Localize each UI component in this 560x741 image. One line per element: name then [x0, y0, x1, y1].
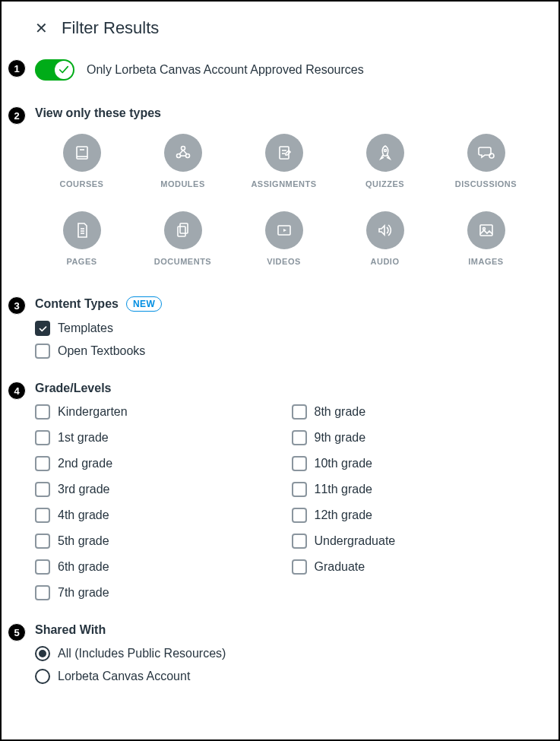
grade-label: 5th grade: [58, 534, 109, 548]
option-label: Templates: [58, 321, 113, 335]
grade-checkbox[interactable]: [292, 482, 307, 497]
grade-label: 2nd grade: [58, 457, 112, 470]
type-assignments[interactable]: ASSIGNMENTS: [237, 134, 331, 188]
grade-checkbox[interactable]: [35, 430, 50, 445]
type-label: AUDIO: [371, 257, 400, 266]
grade-label: 1st grade: [58, 431, 109, 445]
toggle-knob: [55, 61, 73, 79]
svg-rect-17: [180, 223, 188, 233]
audio-icon: [376, 221, 394, 239]
grade-checkbox[interactable]: [292, 559, 307, 575]
annotation-5: 5: [8, 623, 26, 641]
annotation-2: 2: [8, 106, 26, 125]
svg-point-12: [384, 150, 386, 152]
grade-checkbox[interactable]: [292, 534, 307, 549]
type-label: PAGES: [66, 257, 96, 266]
type-audio[interactable]: AUDIO: [338, 211, 432, 266]
grade-checkbox[interactable]: [292, 456, 307, 471]
type-discussions[interactable]: DISCUSSIONS: [439, 134, 533, 188]
grade-label: 4th grade: [58, 508, 109, 522]
grade-label: 10th grade: [315, 457, 373, 470]
type-label: VIDEOS: [267, 257, 301, 266]
svg-rect-9: [280, 147, 289, 159]
annotation-4: 4: [8, 382, 26, 400]
discussion-icon: [477, 144, 495, 162]
grade-label: Graduate: [315, 560, 365, 574]
grade-label: 8th grade: [315, 405, 366, 419]
types-section: 2 View only these types COURSES MODULES …: [35, 106, 533, 266]
approved-toggle[interactable]: [35, 59, 74, 81]
open-textbooks-checkbox[interactable]: [35, 344, 50, 359]
grade-checkbox[interactable]: [35, 456, 50, 471]
shared-label: All (Includes Public Resources): [58, 647, 226, 660]
check-icon: [38, 324, 48, 334]
content-types-header: Content Types: [35, 297, 119, 311]
documents-icon: [174, 221, 192, 239]
image-icon: [477, 221, 495, 239]
check-icon: [59, 65, 69, 75]
shared-label: Lorbeta Canvas Account: [58, 670, 190, 683]
type-label: QUIZZES: [365, 179, 404, 188]
svg-marker-20: [283, 229, 286, 232]
type-label: IMAGES: [468, 257, 503, 266]
type-videos[interactable]: VIDEOS: [237, 211, 331, 266]
panel-header: ✕ Filter Results: [35, 18, 533, 38]
page-icon: [73, 221, 91, 239]
grade-label: 6th grade: [58, 560, 109, 574]
type-documents[interactable]: DOCUMENTS: [136, 211, 229, 266]
rocket-icon: [376, 144, 394, 162]
close-icon[interactable]: ✕: [35, 21, 48, 36]
panel-title: Filter Results: [62, 18, 159, 38]
shared-section: 5 Shared With All (Includes Public Resou…: [35, 623, 533, 684]
type-modules[interactable]: MODULES: [136, 134, 229, 188]
content-types-section: 3 Content Types NEW Templates Open Textb…: [35, 296, 533, 359]
grades-section: 4 Grade/Levels Kindergarten 1st grade 2n…: [35, 382, 533, 600]
svg-line-7: [183, 150, 187, 155]
shared-radio-all[interactable]: [35, 646, 50, 661]
annotation-1: 1: [8, 59, 26, 78]
types-header: View only these types: [35, 106, 533, 120]
svg-point-3: [181, 147, 185, 150]
grade-label: 11th grade: [315, 483, 373, 496]
new-badge: NEW: [126, 296, 163, 312]
grade-checkbox[interactable]: [35, 534, 50, 549]
grade-checkbox[interactable]: [35, 585, 50, 600]
type-label: MODULES: [160, 179, 205, 188]
annotation-3: 3: [8, 296, 26, 315]
svg-rect-21: [480, 225, 492, 236]
type-images[interactable]: IMAGES: [439, 211, 533, 266]
grade-checkbox[interactable]: [35, 404, 50, 420]
shared-header: Shared With: [35, 623, 533, 637]
grade-label: 3rd grade: [58, 483, 110, 496]
assignment-icon: [275, 144, 293, 162]
type-quizzes[interactable]: QUIZZES: [338, 134, 432, 188]
type-label: COURSES: [60, 179, 104, 188]
grade-label: 12th grade: [315, 508, 373, 522]
svg-line-6: [179, 150, 183, 155]
type-label: DISCUSSIONS: [455, 179, 517, 188]
grade-label: 7th grade: [58, 586, 109, 600]
shared-radio-account[interactable]: [35, 669, 50, 684]
templates-checkbox[interactable]: [35, 321, 50, 336]
grade-label: 9th grade: [315, 431, 366, 445]
grade-checkbox[interactable]: [292, 508, 307, 523]
grade-label: Kindergarten: [58, 405, 128, 419]
type-courses[interactable]: COURSES: [35, 134, 128, 188]
grade-label: Undergraduate: [315, 534, 396, 548]
grade-checkbox[interactable]: [292, 430, 307, 445]
approved-section: 1 Only Lorbeta Canvas Account Approved R…: [35, 59, 533, 81]
type-label: DOCUMENTS: [154, 257, 211, 266]
video-icon: [275, 221, 293, 239]
modules-icon: [174, 144, 192, 162]
type-pages[interactable]: PAGES: [35, 211, 128, 266]
grade-checkbox[interactable]: [292, 404, 307, 420]
grade-checkbox[interactable]: [35, 508, 50, 523]
grade-checkbox[interactable]: [35, 559, 50, 575]
option-label: Open Textbooks: [58, 344, 145, 358]
grades-header: Grade/Levels: [35, 382, 533, 395]
svg-rect-18: [178, 226, 185, 236]
grade-checkbox[interactable]: [35, 482, 50, 497]
type-label: ASSIGNMENTS: [251, 179, 316, 188]
book-icon: [73, 144, 91, 162]
svg-point-13: [489, 154, 494, 158]
